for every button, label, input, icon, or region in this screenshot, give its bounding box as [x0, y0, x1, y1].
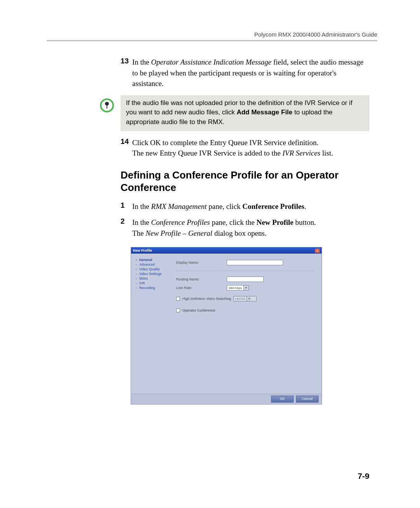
sidebar-item-advanced[interactable]: › Advanced	[136, 262, 174, 267]
pane-name: Conference Profiles	[151, 218, 210, 226]
text: In the	[132, 58, 151, 66]
sidebar-item-label: General	[139, 258, 152, 262]
step-number: 14	[121, 137, 132, 146]
operator-conference-row: Operator Conference	[176, 308, 315, 312]
field-name: Operator Assistance Indication Message	[151, 58, 271, 66]
close-icon[interactable]: ×	[315, 249, 320, 253]
hd-switching-checkbox[interactable]	[176, 297, 180, 301]
line-rate-row: Line Rate: 384 Kbps ▼	[176, 284, 315, 291]
service-list-name: IVR Services	[282, 149, 320, 157]
text: Click OK to complete the Entry Queue IVR…	[132, 138, 318, 147]
sidebar-item-label: Recording	[139, 286, 155, 290]
step-body: Click OK to complete the Entry Queue IVR…	[132, 137, 369, 159]
dialog-title: New Profile	[133, 249, 152, 252]
chevron-right-icon: ›	[136, 268, 137, 271]
routing-name-input[interactable]	[227, 277, 264, 282]
hd-switching-row: High Definition Video Switching HD720 ▼	[176, 296, 315, 301]
step-number: 1	[121, 201, 132, 210]
section-step-1: 1 In the RMX Management pane, click Conf…	[121, 201, 369, 212]
chevron-right-icon: ›	[136, 258, 137, 262]
pane-name: RMX Management	[151, 202, 207, 210]
page-number: 7-9	[358, 471, 369, 481]
chevron-down-icon[interactable]: ▼	[243, 286, 248, 290]
new-profile-dialog: New Profile × › General › Advanced › Vid…	[131, 247, 322, 405]
sidebar-item-label: Video Quality	[139, 267, 160, 271]
step-number: 2	[121, 217, 132, 226]
routing-name-label: Routing Name:	[176, 277, 227, 281]
text: The	[132, 229, 145, 237]
sidebar-item-video-quality[interactable]: › Video Quality	[136, 267, 174, 272]
display-name-input[interactable]	[227, 260, 283, 265]
sidebar-item-recording[interactable]: › Recording	[136, 286, 174, 290]
text: The new Entry Queue IVR Service is added…	[132, 149, 282, 157]
dialog-titlebar[interactable]: New Profile ×	[131, 247, 322, 254]
line-rate-select[interactable]: 384 Kbps ▼	[227, 285, 249, 291]
chevron-right-icon: ›	[136, 282, 137, 285]
step-body: In the RMX Management pane, click Confer…	[132, 201, 369, 212]
text: In the	[132, 218, 151, 226]
chevron-right-icon: ›	[136, 272, 137, 276]
step-13: 13 In the Operator Assistance Indication…	[121, 57, 369, 89]
chevron-down-icon[interactable]: ▼	[247, 296, 252, 301]
text: pane, click the	[210, 218, 257, 226]
sidebar-item-label: Skins	[139, 277, 148, 280]
text: list.	[320, 149, 333, 157]
chevron-right-icon: ›	[136, 277, 137, 280]
text: In the	[132, 202, 151, 210]
sidebar-item-label: Advanced	[139, 263, 155, 266]
routing-name-row: Routing Name:	[176, 276, 315, 283]
section-heading: Defining a Conference Profile for an Ope…	[121, 169, 369, 194]
text: button.	[294, 218, 316, 226]
operator-conference-label: Operator Conference	[182, 308, 215, 312]
step-14: 14 Click OK to complete the Entry Queue …	[121, 137, 369, 159]
dialog-main-panel: Display Name: Routing Name: Line Rate: 3…	[174, 254, 322, 394]
display-name-row: Display Name:	[176, 259, 315, 266]
dialog-footer: OK Cancel	[131, 394, 322, 404]
text: .	[304, 202, 306, 210]
note-box: If the audio file was not uploaded prior…	[121, 95, 369, 131]
step-body: In the Operator Assistance Indication Me…	[132, 57, 369, 89]
separator	[176, 271, 315, 271]
ok-button[interactable]: OK	[271, 396, 294, 403]
sidebar-item-skins[interactable]: › Skins	[136, 276, 174, 281]
sidebar-item-label: Video Settings	[139, 272, 162, 276]
hd-switching-label: High Definition Video Switching	[182, 297, 231, 301]
dialog-name: New Profile – General	[145, 229, 212, 237]
button-name: New Profile	[256, 218, 293, 226]
chevron-right-icon: ›	[136, 263, 137, 266]
hd-resolution-value: HD720	[234, 297, 247, 301]
step-body: In the Conference Profiles pane, click t…	[132, 217, 369, 238]
text: pane, click	[207, 202, 243, 210]
sidebar-item-ivr[interactable]: › IVR	[136, 281, 174, 286]
text: dialog box opens.	[212, 229, 266, 237]
operator-conference-checkbox[interactable]	[176, 308, 180, 312]
display-name-label: Display Name:	[176, 261, 227, 265]
cancel-button[interactable]: Cancel	[296, 396, 318, 403]
sidebar-item-label: IVR	[139, 281, 145, 285]
chevron-right-icon: ›	[136, 286, 137, 290]
sidebar-item-general[interactable]: › General	[136, 258, 174, 262]
sidebar-item-video-settings[interactable]: › Video Settings	[136, 272, 174, 276]
note-icon-wrap	[93, 95, 121, 112]
line-rate-label: Line Rate:	[176, 286, 227, 290]
section-step-2: 2 In the Conference Profiles pane, click…	[121, 217, 369, 238]
doc-header-title: Polycom RMX 2000/4000 Administrator's Gu…	[47, 31, 377, 38]
dialog-body: › General › Advanced › Video Quality › V…	[131, 254, 322, 394]
header-rule	[47, 40, 377, 41]
click-target: Conference Profiles	[242, 202, 304, 210]
note-bold: Add Message File	[236, 109, 292, 116]
pin-icon	[100, 98, 114, 112]
note-row: If the audio file was not uploaded prior…	[93, 95, 369, 131]
line-rate-value: 384 Kbps	[227, 286, 243, 290]
hd-resolution-select[interactable]: HD720 ▼	[233, 296, 257, 301]
dialog-sidebar: › General › Advanced › Video Quality › V…	[131, 254, 174, 394]
step-number: 13	[121, 57, 132, 65]
